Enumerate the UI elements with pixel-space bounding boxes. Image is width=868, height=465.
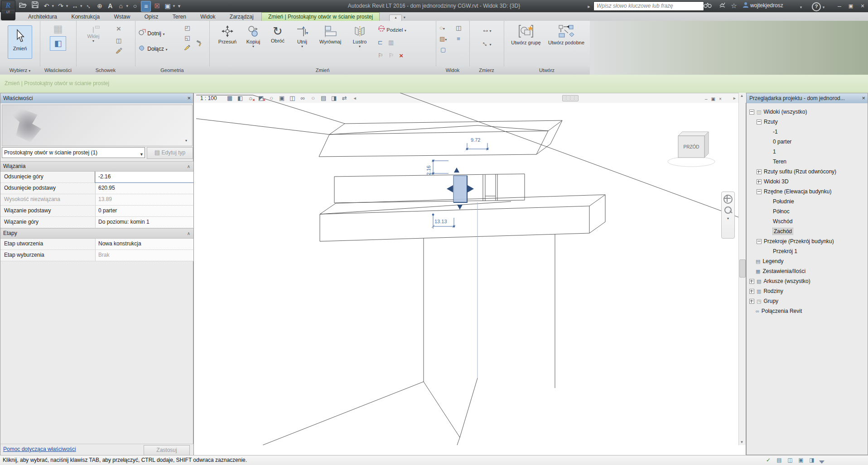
preview-expand-icon[interactable]: ▾ — [185, 139, 187, 143]
tab-konstrukcja[interactable]: Konstrukcja — [65, 13, 106, 21]
ribbon-collapse-caret-icon[interactable]: ▾ — [404, 15, 405, 19]
browser-item-elevation[interactable]: Południe — [747, 197, 868, 206]
linework-icon[interactable]: ≡ — [456, 35, 461, 42]
phase-demolished-value[interactable]: Brak — [95, 250, 194, 261]
browser-item-elevation[interactable]: Wschód — [747, 216, 868, 226]
hscroll-left-icon[interactable]: ◄ — [351, 96, 359, 101]
view-close-icon[interactable]: × — [719, 96, 722, 101]
tab-teren[interactable]: Teren — [166, 13, 193, 21]
editable-only-icon[interactable]: ▣ — [797, 455, 805, 465]
browser-item-links[interactable]: ∞Połączenia Revit — [747, 306, 868, 316]
help-icon[interactable]: ? — [812, 2, 821, 11]
panel-modify-label[interactable]: Zmień — [209, 67, 436, 74]
rotate-button[interactable]: ↻ Obróć — [266, 25, 289, 43]
apply-coping-icon[interactable]: ◱ — [184, 34, 191, 41]
browser-item-level[interactable]: Teren — [747, 157, 868, 167]
demolish-hammer-icon[interactable] — [196, 40, 203, 48]
redo-caret-icon[interactable]: ▾ — [65, 1, 69, 11]
zoom-icon[interactable] — [724, 206, 732, 214]
redo-icon[interactable]: ↷ — [56, 1, 65, 11]
tag-icon[interactable]: ⊕ — [95, 1, 104, 11]
selected-opening[interactable] — [453, 176, 467, 202]
sun-path-icon[interactable]: ☼× — [247, 95, 255, 101]
user-caret-icon[interactable]: ▾ — [799, 2, 803, 12]
favorites-star-icon[interactable]: ☆ — [729, 1, 738, 11]
edit-type-button[interactable]: ▤ Edytuj typ — [147, 147, 193, 159]
create-similar-button[interactable]: Utwórz podobne — [547, 24, 585, 45]
exclude-options-icon[interactable]: ◨ — [808, 455, 815, 465]
switch-caret-icon[interactable]: ▾ — [172, 1, 176, 11]
base-constraint-value[interactable]: 0 parter — [95, 206, 194, 216]
browser-item-schedules[interactable]: ▦Zestawienia/Ilości — [747, 266, 868, 276]
unpin-icon[interactable]: ⚐ — [389, 52, 394, 59]
properties-palette-toggle-icon[interactable]: ◧ — [50, 36, 66, 51]
search-input[interactable]: Wpisz słowo kluczowe lub frazę — [593, 1, 704, 11]
project-browser-close-icon[interactable]: × — [862, 93, 865, 103]
close-icon[interactable]: × — [858, 1, 867, 11]
tab-opisz[interactable]: Opisz — [138, 13, 165, 21]
match-type-brush-icon[interactable] — [115, 48, 122, 55]
dimension-width[interactable]: 9.72 — [471, 137, 480, 143]
communication-center-icon[interactable] — [718, 1, 727, 11]
split-label[interactable]: Podziel — [386, 27, 403, 33]
status-check-icon[interactable]: ✓ — [765, 455, 772, 465]
shadows-icon[interactable]: ◩× — [257, 95, 265, 101]
tab-wstaw[interactable]: Wstaw — [107, 13, 136, 21]
lightbulb-icon[interactable]: ○ — [439, 24, 443, 31]
browser-item-elevation[interactable]: Północ — [747, 206, 868, 216]
open-icon[interactable] — [17, 1, 28, 11]
section-phasing[interactable]: Etapy∧ — [0, 228, 194, 239]
properties-close-icon[interactable]: × — [187, 93, 191, 103]
panel-clipboard-label[interactable]: Schowek — [76, 67, 135, 74]
scroll-up-icon[interactable]: ▲ — [739, 93, 745, 99]
override-brush-icon[interactable]: ▨ — [439, 35, 445, 42]
displacement-icon[interactable]: ◨ — [330, 95, 338, 101]
browser-item-sheets[interactable]: ▧Arkusze (wszystko) — [747, 276, 868, 286]
type-selector[interactable]: Prostokątny otwór w ścianie prostej (1) … — [2, 147, 145, 158]
array-icon[interactable]: ▥ — [388, 39, 394, 46]
steering-wheel-icon[interactable] — [723, 195, 733, 204]
hscroll-right-icon[interactable]: ► — [731, 96, 738, 101]
browser-item-level[interactable]: -1 — [747, 127, 868, 137]
show-crop-icon[interactable]: ◫ — [289, 95, 296, 101]
save-icon[interactable] — [29, 1, 40, 11]
cut-geometry-button[interactable]: Dotnij ▾ — [139, 29, 164, 37]
thin-lines-icon[interactable]: ≡ — [141, 1, 151, 12]
apply-button[interactable]: Zastosuj — [144, 445, 190, 456]
browser-item-elevations[interactable]: Rzędne (Elewacja budynku) — [747, 187, 868, 197]
measure-line-icon[interactable]: ↔ — [482, 25, 489, 34]
drawing-area[interactable]: 9.72 2.16 13.13 PRZÓD – ▣ — [193, 93, 746, 455]
panel-select-label[interactable]: Wybierz ▾ — [0, 67, 40, 74]
close-hidden-windows-icon[interactable]: ☒ — [153, 1, 162, 11]
section-constraints[interactable]: Wiązania∧ — [0, 161, 194, 172]
browser-item-sections[interactable]: Przekroje (Przekrój budynku) — [747, 236, 868, 246]
undo-icon[interactable]: ↶ — [42, 1, 51, 11]
view-restore-icon[interactable]: ▣ — [711, 96, 715, 101]
rendering-dialog-icon[interactable]: ○ — [268, 95, 275, 101]
hide-box-icon[interactable]: ▢ — [439, 46, 447, 53]
help-caret-icon[interactable]: ▾ — [822, 2, 825, 12]
panel-properties-label[interactable]: Właściwości — [40, 67, 77, 74]
vertical-scrollbar[interactable]: ▲ ▼ — [738, 93, 746, 445]
join-geometry-button[interactable]: Dołącz ▾ — [139, 44, 167, 52]
create-group-button[interactable]: Utwórz grupę — [508, 24, 544, 45]
reveal-hidden-icon[interactable]: ○ — [309, 95, 317, 101]
aligned-dimension-icon[interactable]: ↔ — [82, 0, 96, 13]
top-offset-value[interactable]: -2.16 — [95, 172, 194, 182]
browser-item-families[interactable]: ▥Rodziny — [747, 286, 868, 296]
crop-view-icon[interactable]: ▣ — [278, 95, 286, 101]
navbar-caret-icon[interactable]: ▾ — [727, 216, 729, 221]
phase-created-value[interactable]: Nowa konstrukcja — [95, 239, 194, 249]
offset-icon[interactable]: ⊏ — [378, 39, 383, 46]
panel-geometry-label[interactable]: Geometria — [135, 67, 210, 74]
tab-architektura[interactable]: Architektura — [22, 13, 63, 21]
viewcube[interactable]: PRZÓD — [668, 132, 715, 167]
camera-icon[interactable]: ◫ — [456, 24, 461, 31]
viewcube-front-face[interactable]: PRZÓD — [684, 144, 699, 149]
worksets-icon[interactable]: ▤ — [776, 455, 783, 465]
search-binoculars-icon[interactable] — [703, 1, 712, 11]
measure-icon[interactable]: ↔ — [70, 1, 79, 11]
tab-widok[interactable]: Widok — [194, 13, 222, 21]
copy-icon[interactable]: ◫ — [115, 37, 122, 44]
move-button[interactable]: Przesuń — [215, 25, 240, 44]
